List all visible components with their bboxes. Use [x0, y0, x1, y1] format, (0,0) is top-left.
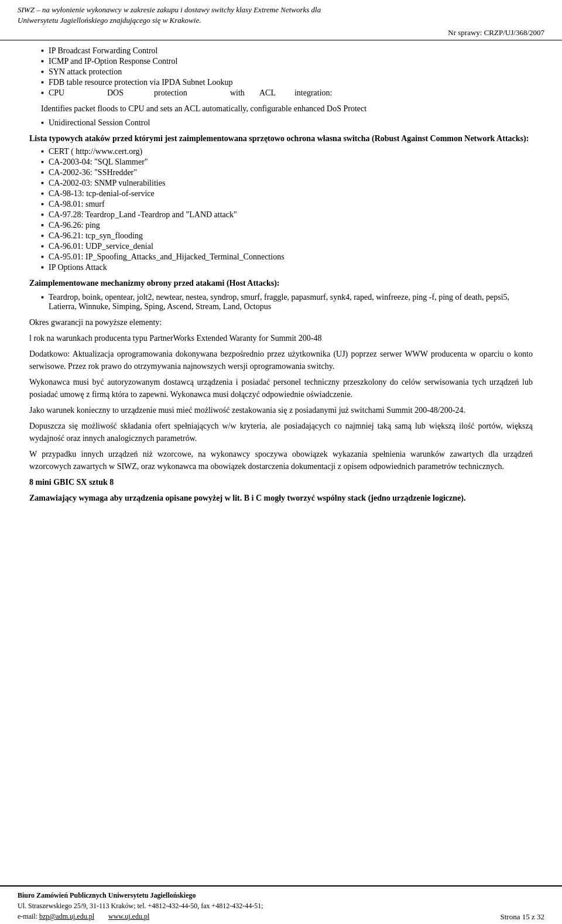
list-item: CA-98-13: tcp-denial-of-service — [29, 189, 533, 199]
host-attacks-text: Teardrop, boink, opentear, jolt2, newtea… — [49, 293, 533, 312]
gwarancja-heading: Okres gwarancji na powyższe elementy: — [29, 316, 533, 328]
footer-org: Biuro Zamówień Publicznych Uniwersytetu … — [18, 890, 263, 922]
header-ref: Nr sprawy: CRZP/UJ/368/2007 — [18, 28, 544, 37]
footer-separator — [96, 912, 107, 920]
bullet-syn: SYN attack protection — [49, 67, 122, 77]
host-attacks-heading: Zaimplementowane mechanizmy obrony przed… — [29, 277, 533, 289]
dos-label: DOS — [107, 88, 154, 98]
with-label: with — [230, 88, 259, 98]
cpu-row: CPU DOS protection with ACL integration: — [49, 88, 333, 98]
bullet-ip-broadcast: IP Broadcast Forwarding Control — [49, 46, 158, 56]
page: SIWZ – na wyłonienie wykonawcy w zakresi… — [0, 0, 562, 924]
acl-label: ACL — [259, 88, 294, 98]
list-item: FDB table resource protection via IPDA S… — [29, 78, 533, 87]
wprzypadku-text: W przypadku innych urządzeń niż wzorcowe… — [29, 448, 533, 473]
cert-item: CA-96.26: ping — [49, 221, 100, 230]
cpu-description: Identifies packet floods to CPU and sets… — [29, 102, 533, 115]
list-item: SYN attack protection — [29, 67, 533, 77]
footer-email-link[interactable]: bzp@adm.uj.edu.pl — [39, 912, 94, 920]
list-item-cpu: CPU DOS protection with ACL integration: — [29, 88, 533, 98]
features-list: IP Broadcast Forwarding Control ICMP and… — [29, 46, 533, 98]
footer-website-link[interactable]: www.uj.edu.pl — [108, 912, 149, 920]
list-item: CA-96.01: UDP_service_denial — [29, 242, 533, 251]
protection-label: protection — [154, 88, 230, 98]
zamawiajacy-text-content: Zamawiający wymaga aby urządzenia opisan… — [29, 494, 465, 502]
list-item: CA-95.01: IP_Spoofing_Attacks_and_Hijack… — [29, 252, 533, 262]
header-title: SIWZ – na wyłonienie wykonawcy w zakresi… — [18, 5, 544, 26]
cert-item: CA-98.01: smurf — [49, 200, 105, 209]
list-item: ICMP and IP-Option Response Control — [29, 57, 533, 66]
list-item: CA-96.21: tcp_syn_flooding — [29, 231, 533, 241]
footer-org-line3: e-mail: bzp@adm.uj.edu.pl www.uj.edu.pl — [18, 911, 263, 922]
cert-item: CA-96.21: tcp_syn_flooding — [49, 231, 143, 241]
list-item: IP Options Attack — [29, 263, 533, 272]
list-item: CERT ( http://www.cert.org) — [29, 147, 533, 156]
header-line2: Uniwersytetu Jagiellońskiego znajdująceg… — [18, 16, 201, 25]
cert-item: CERT ( http://www.cert.org) — [49, 147, 142, 156]
jako-text: Jako warunek konieczny to urządzenie mus… — [29, 404, 533, 416]
bullet-unidirectional: Unidirectional Session Control — [49, 118, 150, 128]
features-list-2: Unidirectional Session Control — [29, 118, 533, 128]
footer-page-number: Strona 15 z 32 — [501, 912, 544, 922]
page-footer: Biuro Zamówień Publicznych Uniwersytetu … — [0, 885, 562, 924]
cert-item: CA-2002-03: SNMP vulnerabilities — [49, 179, 165, 188]
list-item: CA-2003-04: "SQL Slammer" — [29, 158, 533, 167]
bullet-fdb: FDB table resource protection via IPDA S… — [49, 78, 233, 87]
list-item: CA-96.26: ping — [29, 221, 533, 230]
dopuszcza-text: Dopuszcza się możliwość składania ofert … — [29, 420, 533, 444]
list-item: IP Broadcast Forwarding Control — [29, 46, 533, 56]
cert-item: CA-2002-36: "SSHredder" — [49, 168, 137, 177]
list-item: CA-2002-03: SNMP vulnerabilities — [29, 179, 533, 188]
cert-list: CERT ( http://www.cert.org) CA-2003-04: … — [29, 147, 533, 272]
lista-heading: Lista typowych ataków przed którymi jest… — [29, 132, 533, 145]
footer-org-line2: Ul. Straszewskiego 25/9, 31-113 Kraków; … — [18, 901, 263, 911]
main-content: IP Broadcast Forwarding Control ICMP and… — [0, 40, 562, 885]
cert-item: CA-96.01: UDP_service_denial — [49, 242, 153, 251]
bullet-icmp: ICMP and IP-Option Response Control — [49, 57, 177, 66]
list-item: Unidirectional Session Control — [29, 118, 533, 128]
mini-heading-text: 8 mini GBIC SX sztuk 8 — [29, 478, 114, 487]
gwarancja-text: l rok na warunkach producenta typu Partn… — [29, 332, 533, 344]
cert-item: CA-95.01: IP_Spoofing_Attacks_and_Hijack… — [49, 252, 285, 262]
zamawiajacy-text: Zamawiający wymaga aby urządzenia opisan… — [29, 492, 533, 504]
cpu-label: CPU — [49, 88, 107, 98]
dodatkowo-text: Dodatkowo: Aktualizacja oprogramowania d… — [29, 348, 533, 372]
list-item: CA-97.28: Teardrop_Land -Teardrop and "L… — [29, 210, 533, 220]
cert-item: CA-98-13: tcp-denial-of-service — [49, 189, 155, 199]
footer-org-line1: Biuro Zamówień Publicznych Uniwersytetu … — [18, 890, 263, 901]
list-item: CA-2002-36: "SSHredder" — [29, 168, 533, 177]
integration-label: integration: — [294, 88, 333, 98]
list-item: CA-98.01: smurf — [29, 200, 533, 209]
footer-email-prefix: e-mail: — [18, 912, 39, 920]
host-attacks-heading-text: Zaimplementowane mechanizmy obrony przed… — [29, 279, 280, 288]
mini-heading: 8 mini GBIC SX sztuk 8 — [29, 476, 533, 488]
list-item: Teardrop, boink, opentear, jolt2, newtea… — [29, 293, 533, 312]
wykonawca-text: Wykonawca musi być autoryzowanym dostawc… — [29, 376, 533, 401]
page-header: SIWZ – na wyłonienie wykonawcy w zakresi… — [0, 0, 562, 40]
cert-item: IP Options Attack — [49, 263, 107, 272]
cert-item: CA-2003-04: "SQL Slammer" — [49, 158, 148, 167]
host-attacks-list: Teardrop, boink, opentear, jolt2, newtea… — [29, 293, 533, 312]
cert-item: CA-97.28: Teardrop_Land -Teardrop and "L… — [49, 210, 237, 220]
header-line1: SIWZ – na wyłonienie wykonawcy w zakresi… — [18, 5, 321, 14]
